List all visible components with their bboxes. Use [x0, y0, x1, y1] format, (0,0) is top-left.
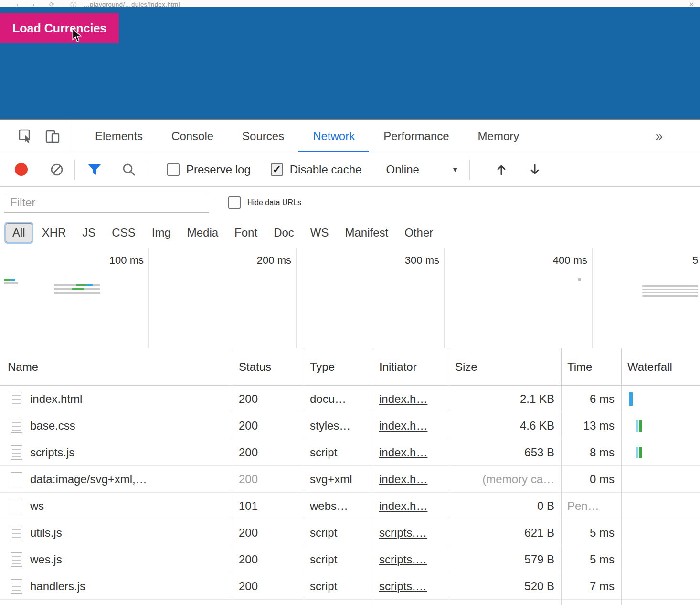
site-info-icon[interactable]: ⓘ: [71, 1, 77, 7]
tab-performance[interactable]: Performance: [369, 120, 463, 152]
timeline-label: 5: [692, 254, 700, 267]
filter-icon[interactable]: [87, 163, 102, 176]
request-name-cell: data:image/svg+xml,…: [0, 466, 233, 492]
initiator-link[interactable]: index.h…: [379, 473, 427, 486]
tab-network[interactable]: Network: [298, 120, 369, 152]
tab-console[interactable]: Console: [157, 120, 228, 152]
initiator-link[interactable]: index.h…: [379, 499, 427, 513]
tab-elements[interactable]: Elements: [81, 120, 157, 152]
type-filter-js[interactable]: JS: [76, 224, 102, 242]
import-har-icon[interactable]: [495, 163, 508, 176]
table-row[interactable]: base.css200styles…index.h…4.6 KB13 ms: [0, 412, 700, 439]
filter-input[interactable]: [4, 193, 209, 213]
table-row[interactable]: utils.js200scriptscripts.…621 B5 ms: [0, 519, 700, 546]
size-cell: 0 B: [449, 493, 562, 519]
table-row[interactable]: handlers.js200scriptscripts.…520 B7 ms: [0, 573, 700, 600]
type-filter-img[interactable]: Img: [146, 224, 177, 242]
column-header-time[interactable]: Time: [562, 348, 622, 385]
initiator-cell: index.h…: [373, 412, 449, 439]
request-name-cell: scripts.js: [0, 439, 233, 465]
device-toolbar-icon[interactable]: [45, 129, 61, 144]
size-cell: 520 B: [449, 573, 562, 599]
waterfall-bar: [629, 392, 633, 406]
type-filter-doc[interactable]: Doc: [267, 224, 300, 242]
inspect-element-icon[interactable]: [18, 129, 33, 144]
search-icon[interactable]: [122, 162, 136, 177]
network-requests-table: Name Status Type Initiator Size Time Wat…: [0, 348, 700, 605]
type-filter-xhr[interactable]: XHR: [36, 224, 73, 242]
type-filter-other[interactable]: Other: [398, 224, 439, 242]
timeline-mini-bar: [54, 292, 100, 294]
table-row[interactable]: wes.js200scriptscripts.…579 B5 ms: [0, 546, 700, 573]
request-name: index.html: [30, 392, 82, 406]
request-name: handlers.js: [30, 580, 85, 593]
initiator-link[interactable]: scripts.…: [379, 553, 427, 566]
export-har-icon[interactable]: [528, 163, 541, 176]
reload-icon[interactable]: ⟳: [49, 1, 54, 7]
initiator-cell: scripts.…: [373, 573, 449, 599]
clear-requests-icon[interactable]: [50, 162, 64, 177]
type-filter-css[interactable]: CSS: [106, 224, 141, 242]
back-icon[interactable]: ‹: [16, 1, 18, 7]
timeline-overview[interactable]: 100 ms200 ms300 ms400 ms5: [0, 248, 700, 348]
preserve-log-label: Preserve log: [186, 163, 251, 176]
request-name: data:image/svg+xml,…: [30, 473, 147, 486]
timeline-mini-bar: [578, 278, 581, 281]
initiator-link[interactable]: index.h…: [379, 392, 427, 406]
initiator-cell: index.h…: [373, 493, 449, 519]
type-filter-manifest[interactable]: Manifest: [339, 224, 395, 242]
column-header-type[interactable]: Type: [304, 348, 373, 385]
record-button[interactable]: [15, 163, 28, 176]
close-icon[interactable]: ✕: [689, 1, 694, 7]
initiator-link[interactable]: index.h…: [379, 419, 427, 432]
type-filter-ws[interactable]: WS: [304, 224, 335, 242]
disable-cache-checkbox[interactable]: ✓: [271, 163, 283, 176]
address-bar-url[interactable]: …playground/…dules/index.html: [84, 1, 180, 7]
preserve-log-group: ✓ Preserve log: [167, 163, 251, 176]
file-plain-icon: [11, 499, 22, 513]
type-filter-media[interactable]: Media: [181, 224, 224, 242]
devtools-panel: ElementsConsoleSourcesNetworkPerformance…: [0, 119, 700, 605]
waterfall-cell: [622, 519, 700, 546]
throttling-dropdown[interactable]: Online ▼: [386, 163, 458, 176]
load-currencies-button[interactable]: Load Currencies: [0, 13, 119, 43]
throttling-value: Online: [386, 163, 419, 176]
column-header-initiator[interactable]: Initiator: [373, 348, 449, 385]
waterfall-cell: [622, 439, 700, 465]
mouse-cursor-icon: [71, 28, 83, 43]
timeline-mini-bar: [642, 289, 698, 290]
table-row[interactable]: scripts.js200scriptindex.h…653 B8 ms: [0, 439, 700, 466]
initiator-link[interactable]: scripts.…: [379, 580, 427, 593]
column-header-size[interactable]: Size: [449, 348, 562, 385]
table-row[interactable]: index.html200docu…index.h…2.1 KB6 ms: [0, 386, 700, 412]
status-cell: 200: [233, 439, 304, 465]
type-cell: svg+xml: [304, 466, 373, 492]
more-tabs-button[interactable]: »: [655, 120, 663, 152]
column-header-waterfall[interactable]: Waterfall: [622, 348, 700, 385]
request-name-cell: ws: [0, 493, 233, 519]
table-row[interactable]: data:image/svg+xml,…200svg+xmlindex.h…(m…: [0, 466, 700, 493]
status-cell: 200: [233, 573, 304, 599]
column-header-status[interactable]: Status: [233, 348, 304, 385]
status-cell: 200: [233, 412, 304, 439]
disable-cache-group: ✓ Disable cache: [271, 163, 362, 176]
table-row[interactable]: ws101webs…index.h…0 BPen…: [0, 493, 700, 519]
hide-data-urls-checkbox[interactable]: ✓: [228, 196, 241, 209]
timeline-gridline: [444, 248, 445, 348]
time-cell: 7 ms: [562, 573, 622, 599]
type-filter-all[interactable]: All: [6, 223, 32, 242]
forward-icon[interactable]: ›: [32, 1, 34, 7]
tab-sources[interactable]: Sources: [228, 120, 298, 152]
type-filter-font[interactable]: Font: [228, 224, 264, 242]
initiator-link[interactable]: index.h…: [379, 446, 427, 459]
file-plain-icon: [11, 472, 22, 486]
tab-memory[interactable]: Memory: [464, 120, 534, 152]
column-header-name[interactable]: Name: [0, 348, 233, 385]
preserve-log-checkbox[interactable]: ✓: [167, 163, 180, 176]
timeline-mini-bar: [642, 295, 698, 297]
devtools-left-icons: [0, 120, 72, 152]
initiator-link[interactable]: scripts.…: [379, 526, 427, 540]
status-cell: 101: [233, 493, 304, 519]
timeline-gridline: [296, 248, 297, 348]
type-filter-row: AllXHRJSCSSImgMediaFontDocWSManifestOthe…: [0, 218, 700, 248]
